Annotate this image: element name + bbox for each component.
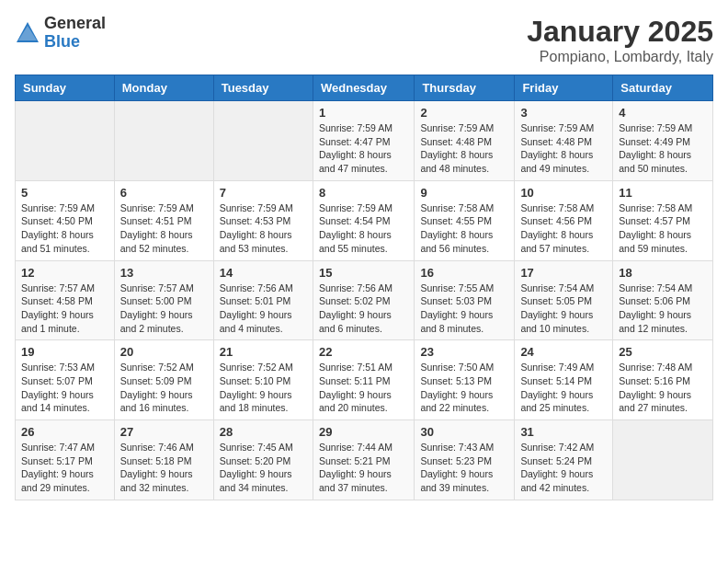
calendar-cell: [613, 420, 713, 500]
day-number: 8: [319, 186, 408, 200]
column-header-tuesday: Tuesday: [213, 75, 313, 101]
day-info: Sunrise: 7:49 AM Sunset: 5:14 PM Dayligh…: [520, 361, 607, 415]
day-number: 24: [520, 345, 607, 359]
calendar-week-row: 12Sunrise: 7:57 AM Sunset: 4:58 PM Dayli…: [16, 260, 713, 340]
day-info: Sunrise: 7:51 AM Sunset: 5:11 PM Dayligh…: [319, 361, 408, 415]
calendar-cell: 9Sunrise: 7:58 AM Sunset: 4:55 PM Daylig…: [415, 180, 515, 260]
calendar-cell: 23Sunrise: 7:50 AM Sunset: 5:13 PM Dayli…: [415, 340, 515, 420]
day-info: Sunrise: 7:44 AM Sunset: 5:21 PM Dayligh…: [319, 441, 408, 495]
column-header-wednesday: Wednesday: [313, 75, 414, 101]
logo: General Blue: [15, 15, 106, 52]
calendar-week-row: 5Sunrise: 7:59 AM Sunset: 4:50 PM Daylig…: [16, 180, 713, 260]
day-info: Sunrise: 7:56 AM Sunset: 5:02 PM Dayligh…: [319, 282, 408, 336]
day-info: Sunrise: 7:57 AM Sunset: 5:00 PM Dayligh…: [120, 282, 208, 336]
calendar-header-row: SundayMondayTuesdayWednesdayThursdayFrid…: [16, 75, 713, 101]
calendar-cell: 19Sunrise: 7:53 AM Sunset: 5:07 PM Dayli…: [16, 340, 115, 420]
page-header: General Blue January 2025 Pompiano, Lomb…: [15, 15, 713, 65]
day-info: Sunrise: 7:43 AM Sunset: 5:23 PM Dayligh…: [420, 441, 508, 495]
calendar-cell: 24Sunrise: 7:49 AM Sunset: 5:14 PM Dayli…: [515, 340, 613, 420]
day-info: Sunrise: 7:45 AM Sunset: 5:20 PM Dayligh…: [220, 441, 307, 495]
day-info: Sunrise: 7:59 AM Sunset: 4:49 PM Dayligh…: [619, 121, 707, 176]
calendar-cell: 28Sunrise: 7:45 AM Sunset: 5:20 PM Dayli…: [213, 420, 313, 500]
calendar-cell: 6Sunrise: 7:59 AM Sunset: 4:51 PM Daylig…: [114, 180, 213, 260]
day-number: 15: [319, 266, 408, 280]
column-header-saturday: Saturday: [613, 75, 713, 101]
column-header-monday: Monday: [114, 75, 213, 101]
day-info: Sunrise: 7:54 AM Sunset: 5:06 PM Dayligh…: [619, 282, 707, 336]
calendar-cell: 3Sunrise: 7:59 AM Sunset: 4:48 PM Daylig…: [515, 101, 613, 181]
calendar-cell: 14Sunrise: 7:56 AM Sunset: 5:01 PM Dayli…: [213, 260, 313, 340]
calendar-cell: 22Sunrise: 7:51 AM Sunset: 5:11 PM Dayli…: [313, 340, 414, 420]
day-number: 27: [120, 425, 208, 439]
calendar-cell: 15Sunrise: 7:56 AM Sunset: 5:02 PM Dayli…: [313, 260, 414, 340]
day-info: Sunrise: 7:59 AM Sunset: 4:50 PM Dayligh…: [21, 201, 108, 256]
calendar-cell: 16Sunrise: 7:55 AM Sunset: 5:03 PM Dayli…: [415, 260, 515, 340]
day-number: 29: [319, 425, 408, 439]
day-number: 21: [220, 345, 307, 359]
day-number: 23: [420, 345, 508, 359]
day-number: 26: [21, 425, 108, 439]
day-number: 11: [619, 186, 707, 200]
day-number: 3: [520, 106, 607, 120]
day-info: Sunrise: 7:42 AM Sunset: 5:24 PM Dayligh…: [520, 441, 607, 495]
day-number: 5: [21, 186, 108, 200]
calendar-cell: 27Sunrise: 7:46 AM Sunset: 5:18 PM Dayli…: [114, 420, 213, 500]
day-number: 17: [520, 266, 607, 280]
day-info: Sunrise: 7:50 AM Sunset: 5:13 PM Dayligh…: [420, 361, 508, 415]
day-info: Sunrise: 7:59 AM Sunset: 4:47 PM Dayligh…: [319, 121, 408, 176]
calendar-week-row: 1Sunrise: 7:59 AM Sunset: 4:47 PM Daylig…: [16, 101, 713, 181]
day-info: Sunrise: 7:46 AM Sunset: 5:18 PM Dayligh…: [120, 441, 208, 495]
day-number: 31: [520, 425, 607, 439]
calendar-cell: 12Sunrise: 7:57 AM Sunset: 4:58 PM Dayli…: [16, 260, 115, 340]
day-info: Sunrise: 7:56 AM Sunset: 5:01 PM Dayligh…: [220, 282, 307, 336]
day-number: 7: [220, 186, 307, 200]
day-number: 22: [319, 345, 408, 359]
column-header-thursday: Thursday: [415, 75, 515, 101]
day-number: 9: [420, 186, 508, 200]
calendar-cell: 29Sunrise: 7:44 AM Sunset: 5:21 PM Dayli…: [313, 420, 414, 500]
day-info: Sunrise: 7:59 AM Sunset: 4:54 PM Dayligh…: [319, 201, 408, 256]
month-title: January 2025: [527, 15, 713, 49]
location-title: Pompiano, Lombardy, Italy: [527, 49, 713, 65]
day-number: 28: [220, 425, 307, 439]
day-number: 16: [420, 266, 508, 280]
calendar-cell: 5Sunrise: 7:59 AM Sunset: 4:50 PM Daylig…: [16, 180, 115, 260]
title-block: January 2025 Pompiano, Lombardy, Italy: [527, 15, 713, 65]
day-number: 2: [420, 106, 508, 120]
day-number: 1: [319, 106, 408, 120]
calendar-cell: [213, 101, 313, 181]
day-number: 12: [21, 266, 108, 280]
calendar-cell: 8Sunrise: 7:59 AM Sunset: 4:54 PM Daylig…: [313, 180, 414, 260]
day-info: Sunrise: 7:53 AM Sunset: 5:07 PM Dayligh…: [21, 361, 108, 415]
logo-text: General Blue: [44, 15, 106, 52]
calendar-cell: [16, 101, 115, 181]
day-number: 20: [120, 345, 208, 359]
day-info: Sunrise: 7:55 AM Sunset: 5:03 PM Dayligh…: [420, 282, 508, 336]
calendar-cell: 20Sunrise: 7:52 AM Sunset: 5:09 PM Dayli…: [114, 340, 213, 420]
calendar-cell: 10Sunrise: 7:58 AM Sunset: 4:56 PM Dayli…: [515, 180, 613, 260]
logo-icon: [15, 20, 40, 46]
calendar-cell: 17Sunrise: 7:54 AM Sunset: 5:05 PM Dayli…: [515, 260, 613, 340]
day-number: 4: [619, 106, 707, 120]
calendar-cell: 4Sunrise: 7:59 AM Sunset: 4:49 PM Daylig…: [613, 101, 713, 181]
day-number: 25: [619, 345, 707, 359]
calendar-cell: 31Sunrise: 7:42 AM Sunset: 5:24 PM Dayli…: [515, 420, 613, 500]
day-info: Sunrise: 7:48 AM Sunset: 5:16 PM Dayligh…: [619, 361, 707, 415]
day-info: Sunrise: 7:47 AM Sunset: 5:17 PM Dayligh…: [21, 441, 108, 495]
svg-marker-1: [18, 26, 37, 40]
calendar-cell: 26Sunrise: 7:47 AM Sunset: 5:17 PM Dayli…: [16, 420, 115, 500]
calendar-cell: 1Sunrise: 7:59 AM Sunset: 4:47 PM Daylig…: [313, 101, 414, 181]
calendar-cell: 11Sunrise: 7:58 AM Sunset: 4:57 PM Dayli…: [613, 180, 713, 260]
day-number: 14: [220, 266, 307, 280]
day-info: Sunrise: 7:59 AM Sunset: 4:48 PM Dayligh…: [520, 121, 607, 176]
calendar-cell: 30Sunrise: 7:43 AM Sunset: 5:23 PM Dayli…: [415, 420, 515, 500]
day-info: Sunrise: 7:59 AM Sunset: 4:48 PM Dayligh…: [420, 121, 508, 176]
calendar-cell: 2Sunrise: 7:59 AM Sunset: 4:48 PM Daylig…: [415, 101, 515, 181]
day-number: 10: [520, 186, 607, 200]
calendar-cell: 13Sunrise: 7:57 AM Sunset: 5:00 PM Dayli…: [114, 260, 213, 340]
day-info: Sunrise: 7:58 AM Sunset: 4:57 PM Dayligh…: [619, 201, 707, 256]
column-header-sunday: Sunday: [16, 75, 115, 101]
day-info: Sunrise: 7:59 AM Sunset: 4:53 PM Dayligh…: [220, 201, 307, 256]
day-number: 19: [21, 345, 108, 359]
calendar-week-row: 26Sunrise: 7:47 AM Sunset: 5:17 PM Dayli…: [16, 420, 713, 500]
